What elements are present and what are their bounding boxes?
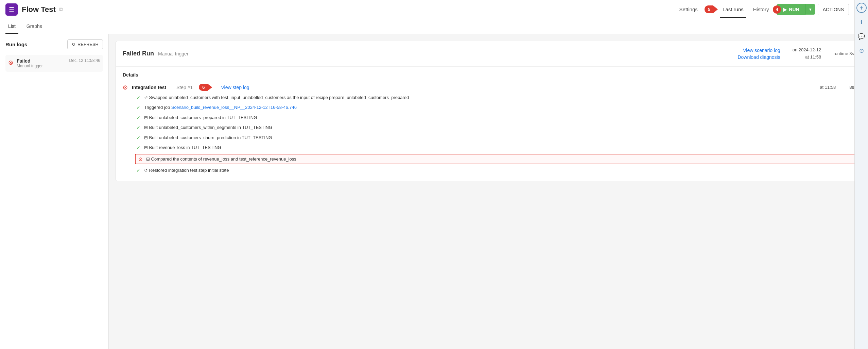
- sub-item-7: ✓ ↺ Restored integration test step initi…: [136, 165, 854, 176]
- last-runs-badge: 5: [705, 5, 718, 13]
- run-trigger: Manual trigger: [17, 64, 66, 68]
- nav-settings[interactable]: Settings: [677, 5, 700, 14]
- nav-last-runs[interactable]: Last runs: [720, 5, 746, 14]
- sub-item-0-icon: ✓: [136, 95, 141, 101]
- run-card: Failed Run Manual trigger View scenario …: [116, 41, 861, 181]
- sidebar-header: Run logs ↻ REFRESH: [5, 39, 103, 49]
- refresh-button[interactable]: ↻ REFRESH: [67, 39, 103, 49]
- sub-item-3-text: ⊟ Built unlabeled_customers_within_segme…: [144, 124, 272, 131]
- sub-item-0-text: ⇌ Swapped unlabeled_customers with test_…: [144, 94, 409, 101]
- menu-button[interactable]: ☰: [5, 3, 18, 16]
- run-date: Dec. 12 11:58:46: [69, 58, 100, 63]
- sub-item-5-text: ⊟ Built revenue_loss in TUT_TESTING: [144, 144, 221, 151]
- nav-history[interactable]: History: [750, 5, 772, 14]
- view-step-log-link[interactable]: View step log: [221, 85, 249, 90]
- view-scenario-log-link[interactable]: View scenario log: [743, 48, 780, 53]
- sub-nav: List Graphs: [0, 19, 868, 34]
- sub-item-1: ✓ Triggered job Scenario_build_revenue_l…: [136, 102, 854, 113]
- run-list-item[interactable]: ⊗ Failed Manual trigger Dec. 12 11:58:46: [5, 55, 103, 72]
- run-fail-icon: ⊗: [8, 59, 13, 66]
- sub-item-2-text: ⊟ Built unlabeled_customers_prepared in …: [144, 114, 257, 121]
- sub-item-6-text: ⊟ Compared the contents of revenue_loss …: [146, 156, 296, 163]
- copy-icon[interactable]: ⧉: [59, 6, 63, 13]
- step-sub-items: ✓ ⇌ Swapped unlabeled_customers with tes…: [136, 93, 854, 176]
- step-number: — Step #1: [170, 85, 193, 90]
- step-badge: 6: [199, 84, 212, 91]
- step-at-time: at 11:58: [820, 85, 836, 90]
- run-dropdown-button[interactable]: ▾: [805, 4, 815, 15]
- sub-item-2: ✓ ⊟ Built unlabeled_customers_prepared i…: [136, 113, 854, 123]
- sub-item-3: ✓ ⊟ Built unlabeled_customers_within_seg…: [136, 122, 854, 133]
- sub-item-4-icon: ✓: [136, 135, 141, 141]
- run-card-header: Failed Run Manual trigger View scenario …: [116, 41, 861, 67]
- right-sidebar: + ℹ 💬 ⊙: [854, 0, 868, 349]
- failed-run-label: Failed Run: [123, 50, 154, 57]
- run-btn-group: 4 ▶ RUN ▾: [777, 4, 815, 15]
- step-timing: at 11:58 8s: [820, 85, 854, 90]
- run-play-icon: ▶: [783, 7, 787, 12]
- run-count-badge: 4: [773, 5, 781, 14]
- tab-graphs[interactable]: Graphs: [24, 19, 45, 34]
- sub-item-6-icon: ⊗: [138, 156, 143, 162]
- details-title: Details: [123, 72, 854, 78]
- refresh-label: REFRESH: [77, 42, 99, 47]
- right-circle-button[interactable]: ⊙: [856, 46, 867, 56]
- sub-item-3-icon: ✓: [136, 124, 141, 131]
- step-fail-icon: ⊗: [123, 84, 128, 91]
- sub-item-7-icon: ✓: [136, 167, 141, 173]
- triggered-prefix: Triggered job: [144, 105, 171, 110]
- run-card-body: Details ⊗ Integration test — Step #1 6 V…: [116, 67, 861, 181]
- tab-list[interactable]: List: [5, 19, 18, 34]
- menu-icon: ☰: [9, 6, 14, 13]
- sub-item-0: ✓ ⇌ Swapped unlabeled_customers with tes…: [136, 93, 854, 103]
- run-button[interactable]: ▶ RUN: [777, 4, 805, 15]
- step-duration: 8s: [849, 85, 854, 90]
- header-nav: Settings 5 Last runs History: [677, 5, 772, 14]
- triggered-job-link[interactable]: Scenario_build_revenue_loss__NP__2024-12…: [171, 105, 297, 110]
- sub-item-4: ✓ ⊟ Built unlabeled_customers_churn_pred…: [136, 133, 854, 143]
- sub-item-6: ⊗ ⊟ Compared the contents of revenue_los…: [135, 154, 855, 165]
- chevron-down-icon: ▾: [809, 7, 812, 12]
- page-title: Flow Test: [22, 5, 56, 14]
- content-area: Failed Run Manual trigger View scenario …: [109, 34, 868, 349]
- left-sidebar: Run logs ↻ REFRESH ⊗ Failed Manual trigg…: [0, 34, 109, 349]
- sub-item-1-icon: ✓: [136, 104, 141, 111]
- sub-item-7-text: ↺ Restored integration test step initial…: [144, 167, 229, 174]
- run-item-info: Failed Manual trigger: [17, 58, 66, 68]
- sub-item-4-text: ⊟ Built unlabeled_customers_churn_predic…: [144, 134, 272, 141]
- sub-item-5: ✓ ⊟ Built revenue_loss in TUT_TESTING: [136, 143, 854, 153]
- sub-item-5-icon: ✓: [136, 145, 141, 151]
- nav-last-runs-wrapper: 5 Last runs: [705, 5, 746, 14]
- actions-button[interactable]: ACTIONS: [818, 4, 849, 15]
- sub-item-2-icon: ✓: [136, 115, 141, 121]
- download-diagnosis-link[interactable]: Download diagnosis: [737, 54, 780, 60]
- refresh-icon: ↻: [72, 42, 75, 47]
- sub-item-1-text: Triggered job Scenario_build_revenue_los…: [144, 104, 297, 111]
- right-info-button[interactable]: ℹ: [856, 17, 867, 27]
- run-status: Failed: [17, 58, 66, 64]
- manual-trigger-label: Manual trigger: [158, 51, 189, 56]
- header: ☰ Flow Test ⧉ Settings 5 Last runs Histo…: [0, 0, 868, 19]
- run-card-links: View scenario log Download diagnosis: [737, 48, 780, 60]
- run-label: RUN: [789, 7, 799, 12]
- step-name: Integration test: [132, 85, 166, 90]
- right-add-button[interactable]: +: [856, 3, 867, 13]
- sidebar-title: Run logs: [5, 41, 27, 47]
- step-row: ⊗ Integration test — Step #1 6 View step…: [123, 82, 854, 93]
- main-layout: Run logs ↻ REFRESH ⊗ Failed Manual trigg…: [0, 34, 868, 349]
- run-date-display: on 2024-12-12 at 11:58: [793, 47, 821, 61]
- right-chat-button[interactable]: 💬: [856, 31, 867, 41]
- run-runtime: runtime 8s: [833, 51, 854, 56]
